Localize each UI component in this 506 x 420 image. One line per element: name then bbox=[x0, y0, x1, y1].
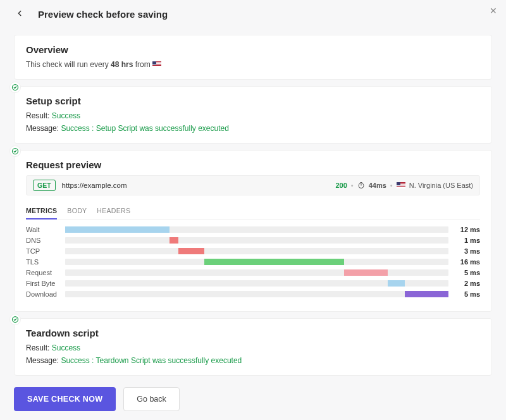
setup-result: Result: Success bbox=[26, 111, 480, 120]
metric-value: 3 ms bbox=[448, 247, 480, 255]
metric-label: TLS bbox=[26, 258, 65, 266]
tab-metrics[interactable]: Metrics bbox=[26, 204, 57, 219]
metric-row: Download5 ms bbox=[26, 290, 480, 298]
save-check-button[interactable]: SAVE CHECK NOW bbox=[14, 387, 116, 411]
teardown-result-value: Success bbox=[52, 343, 80, 352]
metric-bar bbox=[344, 269, 388, 276]
footer-actions: SAVE CHECK NOW Go back bbox=[14, 387, 492, 411]
teardown-message-value: Success : Teardown Script was successful… bbox=[61, 356, 242, 365]
metric-value: 2 ms bbox=[448, 280, 480, 287]
metric-row: Request5 ms bbox=[26, 269, 480, 276]
metric-bar bbox=[204, 259, 343, 265]
metric-label: First Byte bbox=[26, 280, 65, 287]
setup-heading: Setup script bbox=[26, 96, 480, 106]
metric-row: First Byte2 ms bbox=[26, 280, 480, 287]
separator-dot: • bbox=[351, 182, 354, 189]
setup-message-value: Success : Setup Script was successfully … bbox=[61, 124, 228, 133]
overview-suffix: from bbox=[133, 60, 152, 69]
region-label: N. Virginia (US East) bbox=[409, 182, 473, 189]
chevron-left-icon bbox=[15, 9, 24, 18]
separator-dot: • bbox=[390, 182, 393, 189]
metric-bar-track bbox=[65, 237, 448, 244]
request-heading: Request preview bbox=[26, 159, 480, 170]
tab-headers[interactable]: Headers bbox=[97, 204, 130, 219]
request-meta: 200 • 44ms • N. Virginia (US East) bbox=[336, 182, 474, 189]
metric-bar bbox=[178, 248, 204, 254]
teardown-card: Teardown script Result: Success Message:… bbox=[14, 318, 492, 376]
stopwatch-icon bbox=[357, 182, 365, 189]
status-code: 200 bbox=[336, 182, 347, 189]
us-flag-icon bbox=[397, 182, 405, 188]
overview-text: This check will run every 48 hrs from bbox=[26, 60, 480, 69]
metric-label: Download bbox=[26, 290, 65, 298]
metric-value: 16 ms bbox=[448, 258, 480, 266]
metric-row: DNS1 ms bbox=[26, 237, 480, 244]
page-title: Preview check before saving bbox=[38, 9, 168, 20]
metric-label: Request bbox=[26, 269, 65, 276]
setup-result-label: Result: bbox=[26, 111, 49, 120]
metric-label: DNS bbox=[26, 237, 65, 244]
metric-bar-track bbox=[65, 269, 448, 276]
request-summary-row: GET https://example.com 200 • 44ms • N. … bbox=[26, 175, 480, 195]
go-back-button[interactable]: Go back bbox=[123, 387, 180, 411]
metric-value: 1 ms bbox=[448, 237, 480, 244]
metric-bar-track bbox=[65, 259, 448, 265]
back-button[interactable] bbox=[13, 6, 27, 22]
metric-bar-track bbox=[65, 226, 448, 233]
request-card: Request preview GET https://example.com … bbox=[14, 150, 492, 312]
metric-bar bbox=[170, 237, 178, 244]
request-tabs: Metrics Body Headers bbox=[26, 204, 480, 219]
timing-value: 44ms bbox=[369, 182, 386, 189]
us-flag-icon bbox=[152, 61, 161, 68]
metric-label: TCP bbox=[26, 247, 65, 255]
metric-value: 5 ms bbox=[448, 290, 480, 298]
metric-value: 5 ms bbox=[448, 269, 480, 276]
setup-message: Message: Success : Setup Script was succ… bbox=[26, 124, 480, 133]
metrics-chart: Wait12 msDNS1 msTCP3 msTLS16 msRequest5 … bbox=[26, 226, 480, 298]
metric-row: TLS16 ms bbox=[26, 258, 480, 266]
metric-value: 12 ms bbox=[448, 226, 480, 233]
metric-row: TCP3 ms bbox=[26, 247, 480, 255]
metric-bar bbox=[65, 226, 170, 233]
close-button[interactable]: ✕ bbox=[487, 4, 500, 18]
overview-heading: Overview bbox=[26, 44, 480, 55]
success-icon bbox=[9, 145, 21, 157]
setup-card: Setup script Result: Success Message: Su… bbox=[14, 86, 492, 144]
overview-card: Overview This check will run every 48 hr… bbox=[14, 35, 492, 80]
http-method-badge: GET bbox=[33, 180, 56, 191]
teardown-message-label: Message: bbox=[26, 356, 59, 365]
overview-interval: 48 hrs bbox=[111, 60, 133, 69]
teardown-message: Message: Success : Teardown Script was s… bbox=[26, 356, 480, 365]
metric-label: Wait bbox=[26, 226, 65, 233]
tab-body[interactable]: Body bbox=[67, 204, 87, 219]
success-icon bbox=[9, 82, 21, 93]
metric-bar-track bbox=[65, 280, 448, 287]
teardown-result: Result: Success bbox=[26, 343, 480, 352]
setup-message-label: Message: bbox=[26, 124, 59, 133]
metric-row: Wait12 ms bbox=[26, 226, 480, 233]
teardown-result-label: Result: bbox=[26, 343, 49, 352]
success-icon bbox=[9, 314, 21, 325]
metric-bar bbox=[405, 291, 448, 297]
metric-bar-track bbox=[65, 248, 448, 254]
metric-bar-track bbox=[65, 291, 448, 297]
close-icon: ✕ bbox=[490, 6, 497, 16]
setup-result-value: Success bbox=[52, 111, 80, 120]
teardown-heading: Teardown script bbox=[26, 328, 480, 338]
overview-prefix: This check will run every bbox=[26, 60, 111, 69]
metric-bar bbox=[388, 280, 405, 287]
request-url: https://example.com bbox=[62, 182, 127, 189]
